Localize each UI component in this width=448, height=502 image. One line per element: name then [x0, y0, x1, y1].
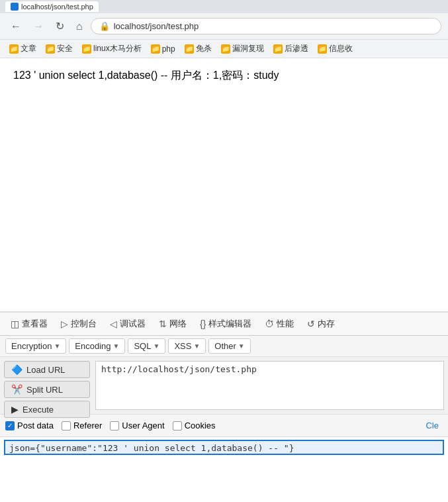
devtools-tab-performance[interactable]: ⏱ 性能 [259, 315, 299, 332]
post-data-checkbox[interactable]: Post data [5, 421, 54, 430]
other-dropdown[interactable]: Other ▼ [208, 338, 250, 354]
user-agent-checkbox[interactable]: User Agent [110, 421, 164, 430]
folder-icon: 📁 [9, 44, 19, 54]
load-url-label: Load URL [26, 365, 66, 375]
style-icon: {} [200, 319, 206, 329]
bookmark-label: 免杀 [196, 43, 212, 54]
devtools-tab-debugger[interactable]: ◁ 调试器 [105, 315, 151, 332]
bookmark-label: 信息收 [329, 43, 353, 54]
bookmark-label: 文章 [21, 43, 36, 54]
split-url-icon: ✂️ [11, 384, 22, 395]
lock-icon: 🔒 [99, 21, 110, 31]
bookmark-item[interactable]: 📁 php [147, 43, 179, 55]
browser-tabs: localhost/json/test.php [0, 0, 448, 13]
nav-bar: ← → ↻ ⌂ 🔒 localhost/json/test.php [0, 13, 448, 40]
other-label: Other [214, 341, 236, 351]
post-data-input[interactable] [4, 440, 444, 455]
bookmark-label: 安全 [57, 43, 73, 54]
chevron-down-icon: ▼ [153, 342, 159, 350]
tab-label: 调试器 [120, 318, 146, 330]
chevron-down-icon: ▼ [238, 342, 245, 350]
back-button[interactable]: ← [7, 18, 25, 35]
bookmark-item[interactable]: 📁 漏洞复现 [217, 42, 268, 56]
folder-icon: 📁 [151, 44, 160, 54]
sql-dropdown[interactable]: SQL ▼ [128, 338, 165, 354]
bookmark-label: 漏洞复现 [232, 43, 264, 54]
cookies-checkbox-box [173, 421, 182, 430]
devtools-tab-network[interactable]: ⇅ 网络 [154, 315, 192, 332]
hackbar-postdata [0, 436, 448, 458]
folder-icon: 📁 [82, 44, 91, 54]
execute-label: Execute [22, 405, 54, 415]
clear-link[interactable]: Cle [426, 421, 443, 430]
folder-icon: 📁 [221, 44, 230, 54]
bookmark-item[interactable]: 📁 免杀 [181, 42, 216, 56]
execute-icon: ▶ [11, 404, 19, 415]
folder-icon: 📁 [273, 44, 283, 54]
tab-label: localhost/json/test.php [21, 3, 93, 11]
execute-button[interactable]: ▶ Execute [4, 401, 90, 418]
reload-button[interactable]: ↻ [52, 17, 68, 35]
address-url: localhost/json/test.php [114, 21, 433, 31]
referer-label: Referer [73, 421, 102, 430]
devtools-tab-console[interactable]: ▷ 控制台 [56, 315, 102, 332]
hackbar-url-area [95, 361, 444, 410]
split-url-label: Split URL [26, 385, 63, 395]
user-agent-checkbox-box [110, 421, 119, 430]
folder-icon: 📁 [318, 44, 327, 54]
forward-button[interactable]: → [29, 18, 48, 35]
devtools-tab-style-editor[interactable]: {} 样式编辑器 [195, 315, 257, 332]
xss-label: XSS [174, 341, 191, 351]
chevron-down-icon: ▼ [54, 342, 60, 350]
tab-label: 性能 [277, 318, 294, 330]
page-content: 123 ' union select 1,database() -- 用户名：1… [0, 58, 448, 311]
home-button[interactable]: ⌂ [72, 18, 87, 35]
bookmark-item[interactable]: 📁 linux木马分析 [78, 42, 146, 56]
encryption-dropdown[interactable]: Encryption ▼ [5, 338, 66, 354]
chevron-down-icon: ▼ [113, 342, 120, 350]
debugger-icon: ◁ [110, 319, 117, 329]
tab-label: 样式编辑器 [208, 318, 251, 330]
cookies-label: Cookies [185, 421, 216, 430]
bookmark-label: linux木马分析 [93, 43, 142, 54]
console-icon: ▷ [61, 319, 68, 329]
tab-label: 内存 [318, 318, 335, 330]
hackbar: Encryption ▼ Encoding ▼ SQL ▼ XSS ▼ Othe… [0, 335, 448, 458]
active-tab[interactable]: localhost/json/test.php [5, 1, 99, 12]
address-bar: 🔒 localhost/json/test.php [91, 18, 441, 34]
devtools-tab-inspector[interactable]: ◫ 查看器 [5, 315, 53, 332]
sql-label: SQL [134, 341, 151, 351]
hackbar-sidebar: 🔷 Load URL ✂️ Split URL ▶ Execute [4, 361, 90, 410]
post-data-label: Post data [17, 421, 54, 430]
encoding-label: Encoding [75, 341, 111, 351]
encoding-dropdown[interactable]: Encoding ▼ [69, 338, 125, 354]
bookmark-label: php [162, 44, 175, 54]
user-agent-label: User Agent [122, 421, 164, 430]
devtools-tab-memory[interactable]: ↺ 内存 [302, 315, 340, 332]
performance-icon: ⏱ [265, 319, 274, 329]
hackbar-content: 🔷 Load URL ✂️ Split URL ▶ Execute [0, 357, 448, 414]
chevron-down-icon: ▼ [193, 342, 200, 350]
load-url-icon: 🔷 [11, 364, 22, 375]
bookmark-item[interactable]: 📁 信息收 [314, 42, 357, 56]
post-data-checkbox-box [5, 421, 15, 430]
bookmark-item[interactable]: 📁 文章 [5, 42, 40, 56]
load-url-button[interactable]: 🔷 Load URL [4, 361, 90, 378]
encryption-label: Encryption [11, 341, 52, 351]
hackbar-menu: Encryption ▼ Encoding ▼ SQL ▼ XSS ▼ Othe… [0, 336, 448, 357]
tab-label: 查看器 [22, 318, 48, 330]
cookies-checkbox[interactable]: Cookies [173, 421, 216, 430]
referer-checkbox-box [62, 421, 71, 430]
folder-icon: 📁 [185, 44, 194, 54]
page-text: 123 ' union select 1,database() -- 用户名：1… [13, 70, 279, 81]
url-input[interactable] [95, 361, 444, 410]
bookmark-item[interactable]: 📁 安全 [42, 42, 77, 56]
bookmark-item[interactable]: 📁 后渗透 [269, 42, 312, 56]
referer-checkbox[interactable]: Referer [62, 421, 102, 430]
bookmark-label: 后渗透 [285, 43, 308, 54]
tab-label: 网络 [169, 318, 187, 330]
network-icon: ⇅ [159, 319, 167, 329]
bookmarks-bar: 📁 文章 📁 安全 📁 linux木马分析 📁 php 📁 免杀 📁 漏洞复现 … [0, 40, 448, 58]
xss-dropdown[interactable]: XSS ▼ [168, 338, 206, 354]
split-url-button[interactable]: ✂️ Split URL [4, 381, 90, 398]
